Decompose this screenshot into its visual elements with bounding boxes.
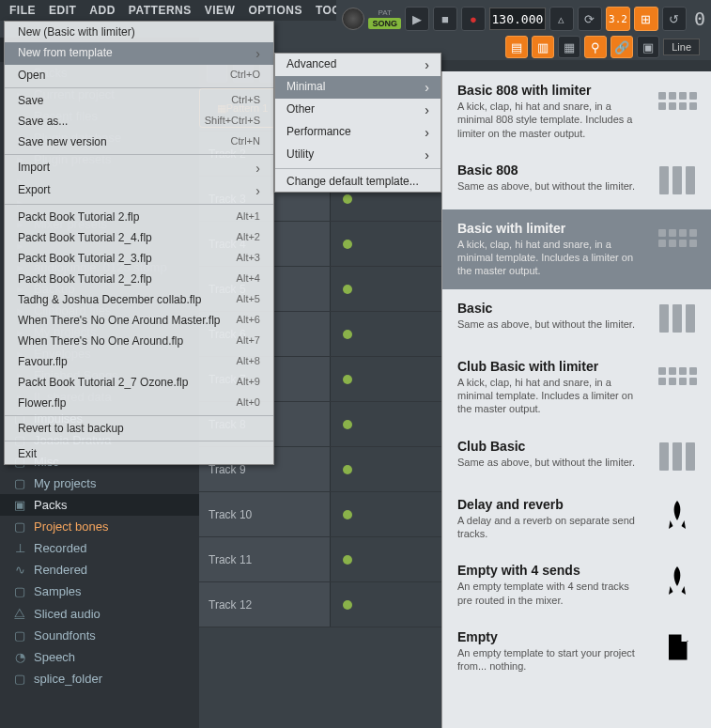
track-header[interactable]: Track 10 <box>199 492 331 536</box>
metronome-icon[interactable]: ▵ <box>549 7 574 31</box>
piano-roll-icon[interactable]: ▥ <box>532 36 554 58</box>
menu-patterns[interactable]: PATTERNS <box>123 2 197 19</box>
file-menu-item[interactable]: Exit <box>5 443 273 464</box>
menu-view[interactable]: VIEW <box>199 2 241 19</box>
template-item[interactable]: Basic with limiterA kick, clap, hi hat a… <box>442 209 711 289</box>
transport-toolbar: PAT SONG ▶ ■ ● 130.000 ▵ ⟳ 3.2 ⊞ ↺ 0 <box>336 0 711 38</box>
browser-item-samples[interactable]: ▢Samples <box>0 581 199 602</box>
file-menu-item[interactable]: Packt Book Tutorial 2_4.flpAlt+2 <box>5 227 273 248</box>
browser-item-splice_folder[interactable]: ▢splice_folder <box>0 668 199 689</box>
plugin-icon[interactable]: ▣ <box>637 36 659 58</box>
category-menu-item[interactable]: Change default template... <box>275 171 441 192</box>
file-menu-item[interactable]: Packt Book Tutorial 2_7 Ozone.flpAlt+9 <box>5 372 273 393</box>
browser-item-soundfonts[interactable]: ▢Soundfonts <box>0 625 199 646</box>
channel-rack-icon[interactable]: ▦ <box>558 36 580 58</box>
file-menu-item[interactable]: Flower.flpAlt+0 <box>5 393 273 413</box>
browser-item-sliced-audio[interactable]: ⧋Sliced audio <box>0 602 199 625</box>
template-category-menu: AdvancedMinimalOtherPerformanceUtilityCh… <box>274 53 441 193</box>
file-menu-item[interactable]: When There's No One Around Master.flpAlt… <box>5 310 273 331</box>
stop-button[interactable]: ■ <box>433 7 457 31</box>
file-menu-item[interactable]: New from template <box>5 42 273 65</box>
volume-knob[interactable] <box>342 8 364 30</box>
menu-file[interactable]: FILE <box>4 2 41 19</box>
play-button[interactable]: ▶ <box>405 7 429 31</box>
template-item[interactable]: Basic 808 with limiterA kick, clap, hi h… <box>442 71 711 151</box>
track-mute-dot[interactable] <box>343 510 352 519</box>
track-mute-dot[interactable] <box>343 465 352 474</box>
file-menu-item[interactable]: Packt Book Tutorial 2_2.flpAlt+4 <box>5 269 273 289</box>
category-menu-item[interactable]: Utility <box>275 144 441 166</box>
track-mute-dot[interactable] <box>343 240 352 249</box>
snap-line-display[interactable]: Line <box>663 39 700 55</box>
snap-value[interactable]: 3.2 <box>606 7 630 31</box>
template-item[interactable]: EmptyAn empty template to start your pro… <box>442 618 711 685</box>
song-mode-badge[interactable]: SONG <box>368 18 401 29</box>
record-button[interactable]: ● <box>461 7 486 31</box>
browser-item-my-projects[interactable]: ▢My projects <box>0 472 199 494</box>
track-mute-dot[interactable] <box>343 420 352 429</box>
file-menu-item[interactable]: Revert to last backup <box>5 418 273 439</box>
file-menu-item[interactable]: When There's No One Around.flpAlt+7 <box>5 331 273 351</box>
template-list-panel: Basic 808 with limiterA kick, clap, hi h… <box>441 71 711 728</box>
file-menu-item[interactable]: Packt Book Tutorial 2.flpAlt+1 <box>5 207 273 227</box>
menu-edit[interactable]: EDIT <box>43 2 82 19</box>
mixer-icon[interactable]: ⚲ <box>584 36 607 58</box>
category-menu-item[interactable]: Advanced <box>275 54 441 76</box>
file-menu-item[interactable]: Packt Book Tutorial 2_3.flpAlt+3 <box>5 248 273 269</box>
file-menu-item[interactable]: OpenCtrl+O <box>5 65 273 85</box>
file-menu-item[interactable]: Import <box>5 157 273 179</box>
file-menu-item[interactable]: Export <box>5 179 273 202</box>
tempo-display[interactable]: 130.000 <box>489 8 546 30</box>
file-menu-item[interactable]: New (Basic with limiter) <box>5 22 273 42</box>
template-item[interactable]: Club Basic with limiterA kick, clap, hi … <box>442 348 711 427</box>
playlist-view-icon[interactable]: ▤ <box>505 36 528 58</box>
template-item[interactable]: Empty with 4 sendsAn empty template with… <box>442 551 711 618</box>
track-mute-dot[interactable] <box>343 555 352 565</box>
view-toolbar: ▤ ▥ ▦ ⚲ 🔗 ▣ Line <box>505 36 700 58</box>
browser-item-project-bones[interactable]: ▢Project bones <box>0 516 199 537</box>
time-counter[interactable]: 0 <box>694 8 705 30</box>
track-mute-dot[interactable] <box>343 330 352 339</box>
file-menu-item[interactable]: Save as...Shift+Ctrl+S <box>5 111 273 132</box>
template-item[interactable]: Club BasicSame as above, but without the… <box>442 427 711 486</box>
browser-item-rendered[interactable]: ∿Rendered <box>0 559 199 581</box>
track-mute-dot[interactable] <box>343 194 352 204</box>
track-mute-dot[interactable] <box>343 285 352 294</box>
file-menu-item[interactable]: Tadhg & Joshua December collab.flpAlt+5 <box>5 289 273 310</box>
template-item[interactable]: Delay and reverbA delay and a reverb on … <box>442 486 711 552</box>
browser-item-speech[interactable]: ◔Speech <box>0 646 199 668</box>
snap-plus-icon[interactable]: ⊞ <box>634 7 658 31</box>
menu-add[interactable]: ADD <box>84 2 121 19</box>
browser-icon[interactable]: 🔗 <box>611 36 633 58</box>
category-menu-item[interactable]: Minimal <box>275 76 441 99</box>
track-header[interactable]: Track 12 <box>199 582 331 627</box>
pat-label: PAT <box>379 8 392 17</box>
template-item[interactable]: BasicSame as above, but without the limi… <box>442 289 711 348</box>
track-header[interactable]: Track 11 <box>199 537 331 581</box>
browser-item-recorded[interactable]: ⊥Recorded <box>0 537 199 559</box>
file-menu-item[interactable]: SaveCtrl+S <box>5 90 273 111</box>
loop-icon[interactable]: ↺ <box>662 7 687 31</box>
file-menu-item[interactable]: Save new versionCtrl+N <box>5 132 273 152</box>
track-mute-dot[interactable] <box>343 375 352 384</box>
template-item[interactable]: Basic 808Same as above, but without the … <box>442 151 711 209</box>
file-menu: New (Basic with limiter)New from templat… <box>4 21 274 465</box>
track-mute-dot[interactable] <box>343 600 352 610</box>
file-menu-item[interactable]: Favour.flpAlt+8 <box>5 351 273 372</box>
category-menu-item[interactable]: Performance <box>275 121 441 144</box>
wait-icon[interactable]: ⟳ <box>578 7 602 31</box>
browser-item-packs[interactable]: ▣Packs <box>0 494 199 516</box>
menu-options[interactable]: OPTIONS <box>242 2 308 19</box>
category-menu-item[interactable]: Other <box>275 99 441 121</box>
